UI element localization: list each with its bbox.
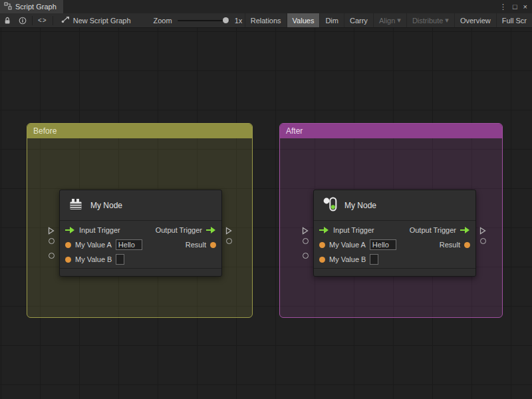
value-b-label: My Value B [75, 255, 112, 263]
outer-value-port[interactable] [49, 238, 55, 244]
carry-button[interactable]: Carry [344, 13, 373, 27]
chevron-down-icon: ▾ [397, 16, 401, 25]
port-row-value-a: My Value A Result [314, 237, 475, 252]
value-a-label: My Value A [329, 241, 366, 249]
window-controls: ⋮ □ × [499, 0, 532, 13]
align-dropdown[interactable]: Align ▾ [373, 13, 406, 27]
fullscreen-button[interactable]: Full Scr [496, 13, 532, 27]
input-trigger-port-icon[interactable] [65, 224, 75, 236]
graph-asset-icon [61, 16, 70, 25]
value-b-port-icon[interactable] [319, 257, 325, 263]
menu-icon[interactable]: ⋮ [499, 3, 507, 11]
toolbar-buttons: Relations Values Dim Carry Align ▾ Distr… [245, 13, 532, 27]
result-port-icon[interactable] [210, 242, 216, 248]
result-port-icon[interactable] [464, 242, 470, 248]
value-b-label: My Value B [329, 255, 366, 263]
node-title: My Node [90, 201, 122, 210]
chevron-down-icon: ▾ [445, 16, 449, 25]
outer-value-port[interactable] [226, 238, 232, 244]
lock-icon[interactable] [0, 13, 15, 27]
port-row-value-b: My Value B [60, 252, 221, 267]
output-trigger-port-icon[interactable] [460, 224, 470, 236]
group-before-title: Before [33, 126, 57, 136]
result-label: Result [440, 241, 460, 249]
output-trigger-label: Output Trigger [156, 226, 202, 234]
outer-value-port[interactable] [480, 238, 486, 244]
value-b-port-icon[interactable] [65, 257, 71, 263]
maximize-icon[interactable]: □ [513, 3, 517, 11]
info-icon[interactable] [15, 13, 31, 27]
group-after-title: After [286, 126, 303, 136]
align-label: Align [379, 17, 395, 25]
node-my-node-after[interactable]: My Node Input Trigger Output Trigger [313, 190, 476, 277]
outer-trigger-port[interactable] [302, 225, 309, 237]
toolbar-separator [32, 16, 33, 25]
graph-canvas[interactable]: Before [0, 28, 532, 399]
outer-value-port[interactable] [303, 238, 309, 244]
relations-button[interactable]: Relations [245, 13, 287, 27]
group-after[interactable]: After [279, 123, 503, 318]
group-before[interactable]: Before [27, 123, 253, 318]
zoom-control: Zoom 1x [154, 17, 243, 25]
port-row-triggers: Input Trigger Output Trigger [60, 223, 221, 237]
outer-value-port[interactable] [49, 253, 55, 259]
close-icon[interactable]: × [523, 3, 527, 11]
value-a-input[interactable] [116, 239, 142, 250]
node-body: Input Trigger Output Trigger My Valu [60, 221, 221, 268]
port-row-value-a: My Value A Result [60, 237, 221, 252]
port-row-triggers: Input Trigger Output Trigger [314, 223, 475, 237]
distribute-dropdown[interactable]: Distribute ▾ [406, 13, 454, 27]
graph-asset[interactable]: New Script Graph [61, 16, 131, 25]
input-trigger-label: Input Trigger [333, 226, 374, 234]
outer-trigger-port[interactable] [48, 225, 55, 237]
outer-trigger-port[interactable] [479, 225, 486, 237]
script-graph-window: Script Graph ⋮ □ × <> [0, 0, 532, 399]
values-button[interactable]: Values [287, 13, 320, 27]
zoom-label: Zoom [154, 17, 172, 25]
value-a-label: My Value A [75, 241, 112, 249]
outer-trigger-port[interactable] [225, 225, 232, 237]
node-my-node-before[interactable]: My Node Input Trigger Output Trigger [59, 190, 222, 277]
graph-toolbar: <> New Script Graph Zoom 1x Relations Va… [0, 13, 532, 28]
value-a-port-icon[interactable] [65, 242, 71, 248]
tab-title: Script Graph [15, 3, 57, 11]
dim-button[interactable]: Dim [319, 13, 344, 27]
tab-script-graph[interactable]: Script Graph [0, 0, 63, 13]
node-footer [60, 268, 221, 276]
node-body: Input Trigger Output Trigger My Valu [314, 221, 475, 268]
overview-button[interactable]: Overview [454, 13, 496, 27]
tab-bar: Script Graph ⋮ □ × [0, 0, 532, 13]
input-trigger-label: Input Trigger [79, 226, 120, 234]
toolbar-separator [53, 16, 53, 25]
group-after-header[interactable]: After [280, 124, 502, 138]
value-a-port-icon[interactable] [319, 242, 325, 248]
output-trigger-label: Output Trigger [410, 226, 456, 234]
distribute-label: Distribute [412, 17, 443, 25]
node-header[interactable]: My Node [60, 190, 221, 221]
script-graph-tab-icon [4, 2, 12, 11]
code-icon[interactable]: <> [34, 13, 51, 27]
zoom-slider[interactable] [178, 20, 229, 21]
value-a-input[interactable] [370, 239, 396, 250]
port-row-value-b: My Value B [314, 252, 475, 267]
graph-name-label: New Script Graph [73, 17, 131, 25]
result-label: Result [186, 241, 206, 249]
value-b-input[interactable] [116, 254, 124, 265]
node-footer [314, 268, 475, 276]
value-b-input[interactable] [370, 254, 378, 265]
flow-machine-icon [322, 196, 338, 215]
unit-legacy-icon [68, 196, 84, 215]
node-title: My Node [344, 201, 376, 210]
tab-bar-spacer [63, 0, 499, 13]
zoom-value: 1x [235, 17, 243, 25]
outer-value-port[interactable] [303, 253, 309, 259]
output-trigger-port-icon[interactable] [206, 224, 216, 236]
group-before-header[interactable]: Before [27, 124, 252, 138]
zoom-knob[interactable] [223, 17, 229, 23]
node-header[interactable]: My Node [314, 190, 475, 221]
input-trigger-port-icon[interactable] [319, 224, 329, 236]
